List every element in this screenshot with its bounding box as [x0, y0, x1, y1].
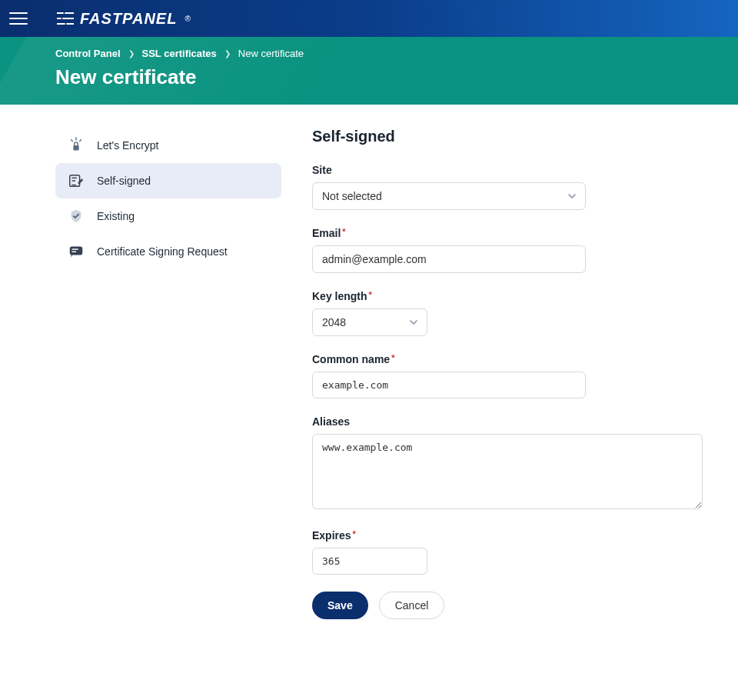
label-common-name: Common name*: [312, 353, 703, 365]
form-title: Self-signed: [312, 128, 703, 145]
field-aliases: Aliases: [312, 415, 703, 512]
common-name-input[interactable]: [312, 372, 586, 398]
svg-rect-15: [72, 252, 77, 252]
sidenav-item-csr[interactable]: Certificate Signing Request: [55, 234, 281, 269]
svg-rect-9: [73, 145, 78, 150]
note-pencil-icon: [68, 172, 85, 189]
label-email: Email*: [312, 227, 703, 239]
svg-rect-14: [72, 248, 78, 249]
page-header: Control Panel ❯ SSL certificates ❯ New c…: [0, 37, 738, 105]
lock-rays-icon: [68, 137, 85, 154]
breadcrumb-current: New certificate: [238, 48, 304, 59]
key-length-select[interactable]: 2048: [312, 308, 427, 336]
label-key-length: Key length*: [312, 290, 703, 302]
site-select[interactable]: Not selected: [312, 182, 586, 210]
svg-rect-13: [70, 247, 83, 255]
menu-toggle-button[interactable]: [9, 9, 28, 28]
sidenav-item-label: Self-signed: [97, 175, 151, 187]
breadcrumb: Control Panel ❯ SSL certificates ❯ New c…: [55, 48, 683, 59]
sidenav-item-label: Certificate Signing Request: [97, 245, 228, 258]
sidenav-item-lets-encrypt[interactable]: Let's Encrypt: [55, 128, 281, 163]
form-self-signed: Self-signed Site Not selected Email* Key…: [312, 128, 703, 619]
brand-trademark: ®: [184, 15, 191, 23]
cert-type-nav: Let's Encrypt Self-signed: [35, 128, 281, 619]
chevron-right-icon: ❯: [128, 49, 135, 58]
field-email: Email*: [312, 227, 703, 273]
label-expires: Expires*: [312, 529, 703, 542]
field-common-name: Common name*: [312, 353, 703, 398]
sidenav-item-existing[interactable]: Existing: [55, 198, 281, 234]
brand-logo[interactable]: FASTPANEL ®: [57, 10, 191, 28]
expires-input[interactable]: [312, 548, 427, 575]
label-aliases: Aliases: [312, 415, 703, 428]
breadcrumb-link-ssl-certificates[interactable]: SSL certificates: [142, 48, 217, 59]
message-lines-icon: [68, 243, 85, 260]
sidenav-item-label: Let's Encrypt: [97, 139, 159, 152]
sidenav-item-self-signed[interactable]: Self-signed: [55, 163, 281, 198]
chevron-right-icon: ❯: [224, 49, 231, 58]
sidenav-item-label: Existing: [97, 210, 135, 222]
label-site: Site: [312, 164, 703, 176]
brand-name: FASTPANEL: [80, 10, 177, 28]
field-site: Site Not selected: [312, 164, 703, 210]
page-title: New certificate: [55, 65, 683, 89]
save-button[interactable]: Save: [312, 592, 368, 619]
form-actions: Save Cancel: [312, 592, 703, 619]
topbar: FASTPANEL ®: [0, 0, 738, 37]
breadcrumb-link-control-panel[interactable]: Control Panel: [55, 48, 121, 59]
content: Let's Encrypt Self-signed: [0, 105, 738, 650]
brand-glyph-icon: [57, 12, 74, 25]
email-input[interactable]: [312, 245, 586, 273]
svg-line-8: [80, 140, 81, 142]
cancel-button[interactable]: Cancel: [379, 592, 445, 619]
aliases-textarea[interactable]: [312, 434, 703, 509]
field-expires: Expires*: [312, 529, 703, 575]
svg-line-7: [71, 140, 73, 142]
field-key-length: Key length* 2048: [312, 290, 703, 336]
shield-check-icon: [68, 208, 85, 225]
